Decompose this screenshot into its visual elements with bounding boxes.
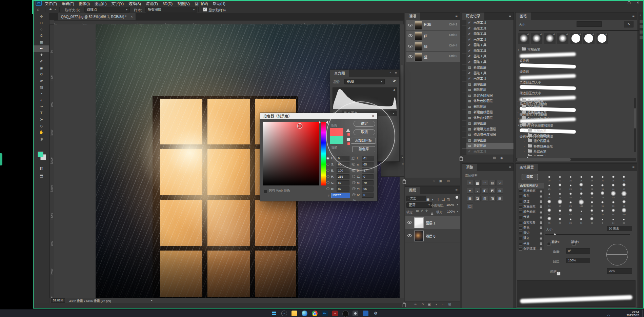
brush-tip-cell[interactable]: 60: [619, 182, 628, 190]
brush-subfolder-row[interactable]: ›常用画笔: [524, 154, 553, 156]
gamut-warning-chip[interactable]: [347, 133, 350, 136]
adjustment-icon[interactable]: ◧: [482, 188, 488, 194]
brush-tip-cell[interactable]: 100: [619, 207, 628, 216]
option-checkbox[interactable]: [519, 216, 522, 219]
lock-move-icon[interactable]: ✛: [425, 209, 428, 213]
screen-mode-button[interactable]: ⬒: [34, 173, 49, 179]
history-source-well[interactable]: [462, 26, 466, 31]
history-step[interactable]: 删除图层: [462, 104, 514, 110]
history-source-well[interactable]: [462, 138, 466, 143]
histogram-refresh-icon[interactable]: ⟳: [393, 79, 396, 83]
brush-tip-cell[interactable]: 192: [577, 199, 586, 207]
dodge-tool[interactable]: ◐: [34, 97, 49, 103]
brush-tip-cell[interactable]: 36: [577, 216, 586, 224]
brush-tip-cell[interactable]: 42: [577, 190, 586, 199]
history-source-well[interactable]: [462, 121, 466, 126]
history-step[interactable]: 新建图层: [462, 143, 514, 149]
brush-tip-shape-item[interactable]: 画笔笔尖形状: [518, 183, 544, 189]
capture-app-icon[interactable]: [353, 311, 358, 316]
brush-option-row[interactable]: 保护纹理: [518, 246, 544, 252]
adjustment-icon[interactable]: ◠: [482, 180, 488, 186]
show-ring-checkbox[interactable]: [203, 7, 207, 12]
layer-mask-icon[interactable]: ▣: [428, 302, 431, 306]
new-snapshot-icon[interactable]: ◉: [500, 156, 503, 160]
brush-tip-cell[interactable]: 25: [545, 182, 554, 190]
tab-close-icon[interactable]: ×: [131, 15, 133, 19]
option-lock-icon[interactable]: [540, 238, 542, 240]
brush-tip-cell[interactable]: 45: [555, 216, 564, 224]
adjustment-icon[interactable]: ▼: [467, 188, 473, 194]
zoom-level-field[interactable]: 52.82%: [51, 298, 65, 303]
tool-preset-arrow-icon[interactable]: ▾: [55, 8, 56, 11]
brush-preset[interactable]: 硬边圆压力大小: [520, 86, 576, 95]
history-step[interactable]: 画笔工具: [462, 31, 514, 37]
channel-row[interactable]: RGB Ctrl+2: [406, 20, 460, 31]
adjustment-icon[interactable]: ◍: [497, 188, 503, 194]
brush-subfolder-row[interactable]: ›基础画笔: [524, 149, 553, 154]
angle-roundness-control[interactable]: [606, 244, 628, 265]
brush-tip-cell[interactable]: 30: [545, 173, 554, 182]
brush-tip-cell[interactable]: 75: [545, 216, 554, 224]
brush-tip-cell[interactable]: 32: [598, 207, 607, 216]
history-source-well[interactable]: [462, 42, 466, 48]
history-source-well[interactable]: [462, 54, 466, 59]
brush-tip-cell[interactable]: 25: [566, 173, 575, 182]
field-value[interactable]: 0: [362, 193, 374, 198]
start-button[interactable]: [271, 311, 277, 316]
web-color-chip[interactable]: [347, 142, 350, 145]
channels-tab[interactable]: 通道: [405, 13, 420, 20]
healing-brush-tool[interactable]: ✚: [34, 52, 49, 58]
adjustment-icon[interactable]: ▧: [489, 180, 496, 186]
brush-tip-cell[interactable]: 43: [545, 224, 554, 225]
brush-option-row[interactable]: 建立: [518, 236, 544, 241]
adjustment-icon[interactable]: ◨: [489, 196, 496, 201]
brush-tip-cell[interactable]: 25: [577, 173, 586, 182]
history-source-well[interactable]: [462, 20, 466, 25]
brush-tip-cell[interactable]: 36: [587, 173, 597, 182]
shape-tool[interactable]: ◇: [34, 123, 49, 129]
brush-tip-cell[interactable]: 36: [598, 182, 607, 190]
brush-tip-soft[interactable]: ✐: [557, 33, 568, 44]
layer-group-icon[interactable]: ▱: [442, 302, 444, 306]
brush-tip-cell[interactable]: 112: [609, 190, 618, 199]
history-source-well[interactable]: [462, 104, 466, 110]
brush-option-row[interactable]: 传递: [518, 215, 544, 220]
option-lock-icon[interactable]: [540, 249, 542, 250]
filter-toggle-icon[interactable]: [456, 196, 458, 199]
history-step[interactable]: 画笔工具: [462, 76, 514, 82]
menu-item[interactable]: 图层(L): [92, 0, 109, 7]
layer-thumbnail[interactable]: [414, 217, 424, 228]
fill-value[interactable]: 100%: [447, 210, 455, 213]
new-layer-icon[interactable]: ⊞: [448, 302, 451, 306]
brush-group-row[interactable]: ∨常规画笔: [518, 46, 540, 52]
brush-size-field[interactable]: [577, 21, 602, 27]
size-field[interactable]: 30 像素: [607, 226, 632, 231]
field-value[interactable]: 37: [362, 168, 374, 173]
channel-row[interactable]: 红 Ctrl+3: [406, 31, 460, 41]
blend-mode-dropdown[interactable]: 正常▾: [406, 202, 432, 208]
history-source-well[interactable]: [462, 59, 466, 65]
adjustments-tab[interactable]: 调整: [462, 164, 477, 171]
collapsed-panel-icon[interactable]: [640, 25, 643, 28]
history-step[interactable]: 新建图层: [462, 65, 514, 71]
file-explorer-icon[interactable]: [291, 311, 297, 316]
visibility-eye-icon[interactable]: [408, 23, 412, 27]
photos-app-icon[interactable]: [363, 311, 368, 316]
layer-row[interactable]: 图层 1: [405, 216, 460, 229]
option-lock-icon[interactable]: [540, 196, 542, 198]
move-tool[interactable]: ✛: [34, 13, 49, 20]
brush-tip-cell[interactable]: 63: [566, 207, 575, 216]
option-checkbox[interactable]: [519, 247, 522, 251]
visibility-eye-icon[interactable]: [407, 233, 412, 238]
home-icon[interactable]: ⌂: [37, 7, 39, 12]
field-value[interactable]: 0: [337, 156, 349, 161]
field-value[interactable]: 100: [337, 168, 349, 173]
layer-filter-icon[interactable]: T: [436, 198, 441, 201]
field-radio[interactable]: [352, 175, 355, 178]
layer-name[interactable]: 图层 0: [426, 234, 435, 239]
brush-tip-cell[interactable]: 36: [609, 173, 618, 182]
channels-panel-menu-icon[interactable]: [456, 14, 458, 18]
brush-tip-cell[interactable]: 30: [555, 173, 564, 182]
brush-tip-cell[interactable]: 36: [587, 199, 597, 207]
history-step[interactable]: 画笔工具: [462, 71, 514, 76]
